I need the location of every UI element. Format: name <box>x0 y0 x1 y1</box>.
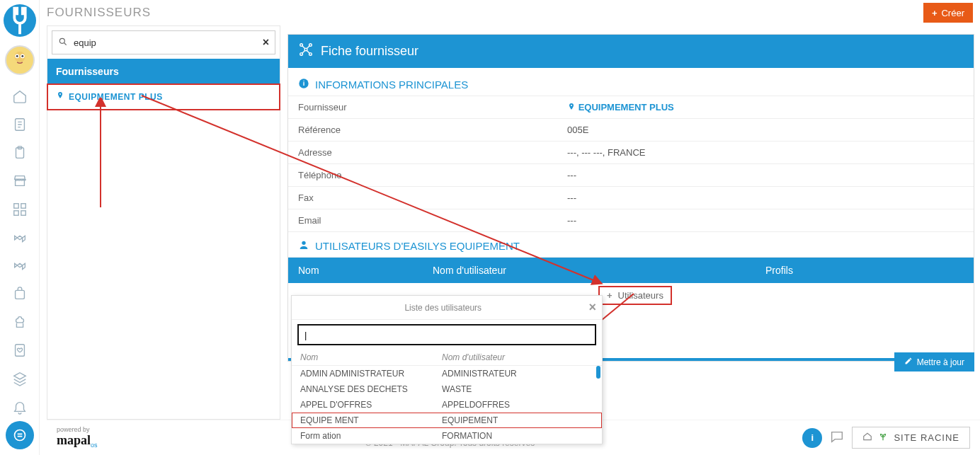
users-table-header: Nom Nom d'utilisateur Profils <box>288 258 974 283</box>
svg-point-5 <box>21 55 23 57</box>
site-selector[interactable]: SITE RACINE <box>852 427 970 449</box>
nav-layers-icon[interactable] <box>6 367 34 390</box>
search-box[interactable]: × <box>52 30 275 54</box>
svg-rect-14 <box>15 345 24 357</box>
popup-user-row[interactable]: ANNALYSE DES DECHETSWASTE <box>292 381 602 397</box>
user-avatar[interactable] <box>5 45 35 75</box>
powered-by: powered by mapalos <box>57 427 98 449</box>
popup-user-row[interactable]: EQUIPE MENTEQUIPEMENT <box>292 413 602 428</box>
user-icon <box>298 239 309 253</box>
nav-doc-icon[interactable] <box>6 113 34 136</box>
user-list-popup: Liste des utilisateurs × Nom Nom d'utili… <box>291 295 603 444</box>
section-info-title: i INFORMATIONS PRINCIPALES <box>288 71 974 96</box>
popup-list: ADMIN ADMINISTRATEURADMINISTRATEURANNALY… <box>292 366 602 444</box>
main-panel: Fiche fournisseur i INFORMATIONS PRINCIP… <box>287 34 974 420</box>
nav-clipboard-icon[interactable] <box>6 142 34 164</box>
clear-icon[interactable]: × <box>263 36 269 49</box>
list-header: Fournisseurs <box>47 59 280 84</box>
svg-rect-9 <box>13 203 18 207</box>
svg-point-15 <box>14 430 25 441</box>
close-icon[interactable]: × <box>588 300 596 315</box>
rail-bottom <box>6 421 34 449</box>
row-telephone: Téléphone--- <box>288 164 974 187</box>
svg-rect-11 <box>13 210 18 214</box>
search-input[interactable] <box>72 37 258 49</box>
nav-bag-icon[interactable] <box>6 282 34 305</box>
nav-handshake-icon[interactable] <box>6 226 34 249</box>
row-fax: Fax--- <box>288 187 974 209</box>
create-label: Créer <box>941 8 964 18</box>
supplier-card: Fiche fournisseur i INFORMATIONS PRINCIP… <box>287 34 974 362</box>
sprout-icon <box>878 432 888 444</box>
pin-icon <box>56 91 64 102</box>
footer-right: i SITE RACINE <box>802 427 970 449</box>
plus-icon: + <box>932 8 938 18</box>
nav-heart-doc-icon[interactable] <box>6 339 34 362</box>
top-bar: FOURNISSEURS + Créer <box>40 0 980 25</box>
svg-point-4 <box>16 55 18 57</box>
search-icon <box>58 37 68 49</box>
scrollbar-thumb[interactable] <box>596 366 600 379</box>
chat-icon[interactable] <box>829 429 845 447</box>
create-button[interactable]: + Créer <box>923 3 973 23</box>
nav-bell-icon[interactable] <box>6 396 34 418</box>
app-logo[interactable] <box>4 4 36 37</box>
popup-user-row[interactable]: ADMIN ADMINISTRATEURADMINISTRATEUR <box>292 366 602 381</box>
row-email: Email--- <box>288 209 974 232</box>
popup-table-header: Nom Nom d'utilisateur <box>292 350 602 366</box>
popup-title: Liste des utilisateurs <box>297 303 588 313</box>
popup-user-row[interactable]: APPEL D'OFFRESAPPELDOFFRES <box>292 397 602 413</box>
left-panel: × Fournisseurs EQUIPMEMENT PLUS <box>47 25 280 420</box>
network-icon <box>298 42 314 61</box>
card-title: Fiche fournisseur <box>321 44 418 59</box>
page-title: FOURNISSEURS <box>47 6 151 20</box>
row-adresse: Adresse---, --- ---, FRANCE <box>288 142 974 164</box>
supplier-list-item[interactable]: EQUIPMEMENT PLUS <box>47 84 280 110</box>
info-button[interactable]: i <box>802 428 822 448</box>
svg-point-24 <box>302 241 305 245</box>
pencil-icon <box>904 357 913 367</box>
svg-rect-10 <box>21 203 25 207</box>
info-icon: i <box>298 78 309 91</box>
svg-rect-13 <box>15 291 24 299</box>
supplier-name: EQUIPMEMENT PLUS <box>69 92 163 102</box>
nav-chef-icon[interactable] <box>6 311 34 333</box>
nav-handshake2-icon[interactable] <box>6 255 34 277</box>
plus-icon: + <box>607 290 612 301</box>
home-icon <box>862 432 872 444</box>
svg-point-16 <box>59 38 64 43</box>
nav-dashboard-icon[interactable] <box>6 198 34 221</box>
update-button[interactable]: Mettre à jour <box>894 352 974 372</box>
row-fournisseur: Fournisseur EQUIPMEMENT PLUS <box>288 96 974 119</box>
add-user-button[interactable]: + Utilisateurs <box>600 287 671 304</box>
nav-home-icon[interactable] <box>6 85 34 108</box>
svg-text:i: i <box>303 80 305 87</box>
section-users-title: UTILISATEURS D'EASILYS EQUIPEMENT <box>288 232 974 258</box>
popup-search-input[interactable] <box>303 329 591 341</box>
popup-user-row[interactable]: Form ationFORMATION <box>292 428 602 444</box>
row-reference: Référence005E <box>288 119 974 142</box>
rail-menu-icon[interactable] <box>6 421 34 449</box>
card-header: Fiche fournisseur <box>288 35 974 68</box>
nav-store-icon[interactable] <box>6 170 34 192</box>
svg-rect-12 <box>21 210 25 214</box>
icon-rail <box>0 0 40 455</box>
